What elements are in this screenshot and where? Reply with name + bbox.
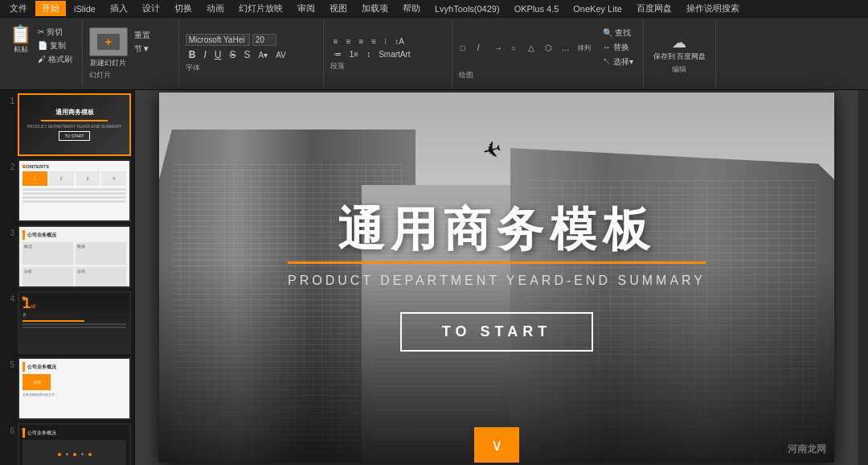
format-painter-button[interactable]: 🖌 格式刷: [35, 53, 76, 66]
canvas-area: ✈ 通用商务模板 PRODUCT DEPARTMENT YEARD-END SU…: [135, 90, 858, 465]
strikethrough-button[interactable]: S: [226, 48, 239, 61]
to-start-button[interactable]: TO START: [400, 312, 593, 352]
slide-5-content: 公司业务概况 详情 业务详细说明内容文字...: [19, 359, 129, 418]
slide-2-line-4: [23, 200, 126, 203]
numbering-button[interactable]: 1≡: [346, 49, 362, 60]
align-center-button[interactable]: ≡: [343, 36, 354, 47]
smartart-button[interactable]: SmartArt: [375, 49, 413, 60]
slide-num-2: 2: [3, 159, 14, 171]
bottom-arrow-button[interactable]: ∨: [474, 427, 519, 463]
slide-2-line-2: [23, 192, 126, 195]
slide-3-thumbnail[interactable]: 公司业务概况 概况 数据 分析 总结: [18, 225, 131, 288]
slide-6-thumbnail[interactable]: 公司业务概况: [18, 423, 131, 465]
align-right-button[interactable]: ≡: [355, 36, 366, 47]
shape-more[interactable]: …: [560, 27, 576, 68]
slide-content-overlay: 通用商务模板 PRODUCT DEPARTMENT YEARD-END SUMM…: [159, 93, 834, 463]
slide-2-thumbnail[interactable]: CONTENTS 1 2 3 4: [18, 159, 131, 222]
menu-view[interactable]: 视图: [323, 1, 354, 16]
char-spacing-button[interactable]: AV: [272, 50, 289, 60]
shape-tri[interactable]: △: [526, 27, 542, 68]
slide-3-body: 概况 数据 分析 总结: [23, 242, 126, 288]
right-scrollbar[interactable]: [858, 90, 868, 465]
slide-4-thumbnail[interactable]: 1 st 名: [18, 291, 131, 354]
new-slide-icon[interactable]: +: [89, 27, 128, 56]
cut-button[interactable]: ✂ 剪切: [35, 26, 76, 39]
save-to-baidu-icon: ☁: [672, 34, 686, 51]
menu-lvyhtools[interactable]: LvyhTools(0429): [428, 2, 506, 15]
font-family-input[interactable]: [186, 34, 250, 46]
slide-6-title: 公司业务概况: [27, 430, 56, 437]
font-color-button[interactable]: A▾: [256, 50, 272, 60]
text-direction-button[interactable]: ↕A: [391, 36, 407, 47]
menu-animations[interactable]: 动画: [200, 1, 231, 16]
slide-5-thumbnail[interactable]: 公司业务概况 详情 业务详细说明内容文字...: [18, 357, 131, 420]
menu-insert[interactable]: 插入: [104, 1, 134, 16]
menu-review[interactable]: 审阅: [291, 1, 321, 16]
slide-5-header: 公司业务概况: [23, 362, 126, 372]
ribbon: 📋 粘贴 ✂ 剪切 📄 复制 🖌 格式刷 剪贴板 + 新建幻灯片: [0, 18, 868, 90]
orange-underline: [288, 261, 706, 264]
find-button[interactable]: 🔍 查找: [600, 27, 637, 39]
menu-islide[interactable]: iSlide: [68, 2, 102, 15]
slide-2-cell-4: 4: [101, 171, 126, 186]
align-left-button[interactable]: ≡: [330, 36, 342, 47]
menu-slideshow[interactable]: 幻灯片放映: [232, 1, 289, 16]
menu-help[interactable]: 帮助: [396, 1, 427, 16]
menu-okplus[interactable]: OKPlus 4.5: [508, 2, 566, 15]
dot-2: [66, 453, 68, 455]
slide-num-5: 5: [3, 357, 14, 369]
slide-thumb-4: 4 1 st 名: [3, 291, 131, 354]
paste-button[interactable]: 📋 粘贴: [6, 24, 35, 56]
select-button[interactable]: ↖ 选择▾: [600, 56, 637, 68]
paste-icon: 📋: [10, 26, 31, 43]
menu-file[interactable]: 文件: [3, 1, 34, 16]
arrange-button[interactable]: 排列: [577, 27, 593, 68]
reset-button[interactable]: 重置: [131, 29, 154, 42]
section-button[interactable]: 节▼: [131, 43, 154, 56]
slide-1-thumbnail[interactable]: 通用商务模板 PRODUCT DEPARTMENT YEARD-END SUMM…: [18, 93, 131, 156]
font-size-input[interactable]: [252, 34, 276, 46]
slide-6-header: 公司业务概况: [23, 428, 126, 438]
menu-bar: 文件 开始 iSlide 插入 设计 切换 动画 幻灯片放映 审阅 视图 加载项…: [0, 0, 868, 18]
slide-thumb-1: 1 通用商务模板 PRODUCT DEPARTMENT YEARD-END SU…: [3, 93, 131, 156]
shape-rect[interactable]: □: [459, 27, 475, 68]
menu-baidu[interactable]: 百度网盘: [630, 1, 678, 16]
menu-home[interactable]: 开始: [35, 1, 66, 16]
new-slide-label: 新建幻灯片: [90, 58, 126, 68]
shape-hex[interactable]: ⬡: [543, 27, 559, 68]
line-spacing-button[interactable]: ↕: [363, 49, 374, 60]
menu-design[interactable]: 设计: [136, 1, 166, 16]
slide-2-cell-3: 3: [76, 171, 100, 186]
bold-button[interactable]: B: [186, 48, 199, 61]
bullets-button[interactable]: ≔: [330, 49, 345, 60]
menu-onekey[interactable]: OneKey Lite: [567, 2, 628, 15]
italic-button[interactable]: I: [200, 48, 209, 61]
slide-6-map: [23, 440, 126, 465]
slide-3-content: 公司业务概况 概况 数据 分析 总结: [19, 227, 129, 286]
main-title-cn: 通用商务模板: [338, 204, 656, 255]
columns-button[interactable]: ⁝: [381, 36, 390, 47]
slide-6-content: 公司业务概况: [19, 425, 129, 465]
slide-5-title: 公司业务概况: [27, 364, 56, 371]
slide-3-orange-bar: [23, 230, 25, 240]
shape-line[interactable]: /: [476, 27, 492, 68]
slide-num-3: 3: [3, 225, 14, 237]
underline-button[interactable]: U: [211, 48, 225, 61]
justify-button[interactable]: ≡: [368, 36, 379, 47]
shape-circle[interactable]: ○: [510, 27, 526, 68]
menu-addins[interactable]: 加载项: [355, 1, 395, 16]
slide-1-content: 通用商务模板 PRODUCT DEPARTMENT YEARD-END SUMM…: [19, 95, 129, 154]
slide-thumb-6: 6 公司业务概况: [3, 423, 131, 465]
save-to-baidu-label: 保存到 百度网盘: [653, 52, 706, 61]
shadow-button[interactable]: S: [240, 48, 253, 61]
copy-button[interactable]: 📄 复制: [35, 39, 76, 52]
slide-4-sup: st: [31, 302, 35, 310]
slide-4-line-2: [23, 327, 126, 328]
menu-transitions[interactable]: 切换: [168, 1, 199, 16]
menu-search[interactable]: 操作说明搜索: [680, 1, 746, 16]
shape-arrow[interactable]: →: [493, 27, 509, 68]
slide-3-title: 公司业务概况: [27, 232, 56, 239]
replace-button[interactable]: ↔ 替换: [600, 41, 637, 54]
watermark: 河南龙网: [788, 442, 826, 456]
save-to-baidu-button[interactable]: ☁ 保存到 百度网盘: [650, 32, 710, 63]
